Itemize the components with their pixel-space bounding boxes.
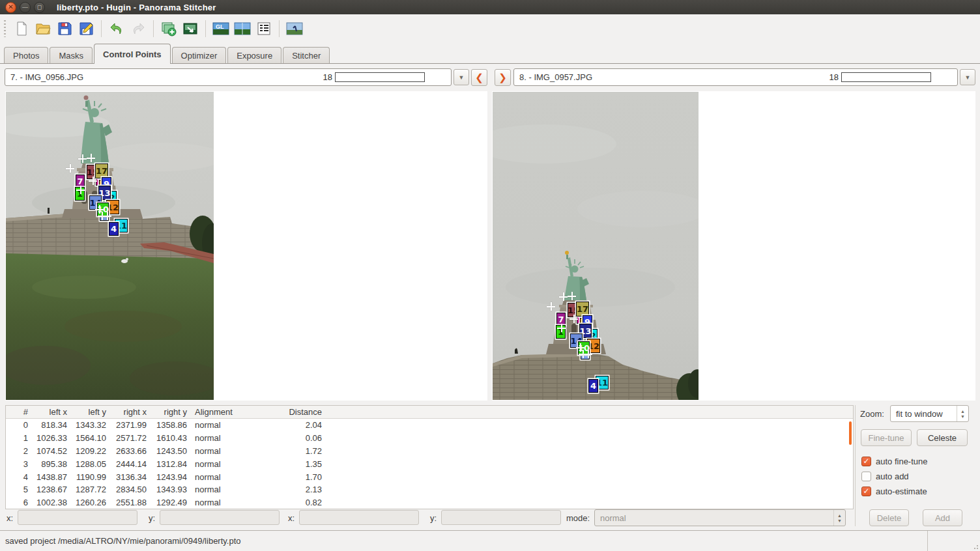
control-point-marker-4[interactable]: 4 [588,379,598,393]
right-image-pane[interactable]: 15178791132141210411 [492,91,975,401]
table-cell: normal [188,472,280,482]
table-cell: 1.70 [280,472,323,482]
auto-fine-tune-label: auto fine-tune [876,457,928,466]
table-row[interactable]: 51238.671287.722834.501343.93normal2.13 [6,483,853,496]
table-row[interactable]: 21074.521209.222633.661243.50normal1.72 [6,445,853,458]
save-project-icon[interactable] [54,18,75,39]
table-cell: 1343.93 [148,485,188,494]
control-point-table[interactable]: # left x left y right x right y Alignmen… [5,405,854,509]
table-cell: 1209.22 [68,446,108,456]
table-cell: normal [188,459,280,469]
tab-label: Stitcher [292,51,321,61]
table-row[interactable]: 11026.331564.102571.721610.43normal0.06 [6,432,853,445]
col-right-y[interactable]: right y [148,407,188,417]
control-point-marker-1[interactable]: 1 [556,325,566,339]
auto-fine-tune-checkbox[interactable]: auto fine-tune [861,456,928,466]
left-x-input[interactable] [18,510,137,525]
resize-grip-icon[interactable] [972,543,979,550]
fast-preview-gl-icon[interactable]: GL [210,18,231,39]
table-row[interactable]: 61002.381260.262551.881292.49normal0.82 [6,496,853,509]
left-image-dropdown-button[interactable]: ▼ [454,69,469,85]
show-control-points-icon[interactable] [253,18,274,39]
col-left-y[interactable]: left y [68,407,108,417]
tab-masks[interactable]: Masks [50,47,93,64]
tab-optimizer[interactable]: Optimizer [172,47,227,64]
toolbar-grip[interactable] [4,20,6,37]
right-y-label: y: [430,513,437,523]
col-distance[interactable]: Distance [280,407,323,417]
table-cell: 1243.50 [148,446,188,456]
preview-window-icon[interactable] [284,18,305,39]
control-point-marker-17[interactable]: 17 [576,302,589,317]
table-row[interactable]: 41438.871190.993136.341243.94normal1.70 [6,470,853,483]
toolbar-separator [205,20,206,37]
auto-add-label: auto add [876,472,909,481]
tab-label: Exposure [237,51,272,61]
tab-bar: Photos Masks Control Points Optimizer Ex… [0,43,980,64]
right-photo[interactable]: 15178791132141210411 [493,92,699,400]
window-close-button[interactable]: ✕ [5,2,16,13]
spinner-arrows-icon[interactable]: ▲▼ [957,406,968,421]
add-time-series-icon[interactable] [180,18,201,39]
control-point-marker-7[interactable]: 7 [76,175,85,188]
add-button[interactable]: Add [923,509,962,526]
undo-icon[interactable] [106,18,127,39]
delete-button[interactable]: Delete [869,509,909,526]
table-row[interactable]: 3895.381288.052444.141312.84normal1.35 [6,457,853,470]
left-cp-progressbar [335,72,425,82]
right-y-input[interactable] [441,510,561,525]
col-right-x[interactable]: right x [108,407,148,417]
control-point-marker-1[interactable]: 1 [75,187,85,201]
control-point-marker-17[interactable]: 17 [95,163,108,178]
right-x-input[interactable] [299,510,419,525]
add-images-icon[interactable] [158,18,179,39]
next-pair-button[interactable]: ❯ [495,69,511,86]
spinner-arrows-icon[interactable]: ▲▼ [833,510,845,526]
left-photo[interactable]: 15178791132141210411 [6,92,214,400]
table-cell: 818.34 [29,420,68,430]
control-point-marker-4[interactable]: 4 [109,222,119,236]
left-cp-count: 18 [323,72,332,82]
col-number[interactable]: # [6,407,29,417]
checkbox-icon[interactable] [861,457,871,466]
open-project-icon[interactable] [33,18,53,39]
zoom-select[interactable]: fit to window ▲▼ [890,405,969,422]
col-alignment[interactable]: Alignment [188,407,280,417]
right-x-label: x: [288,513,295,523]
control-point-marker-10[interactable]: 10 [578,341,590,355]
window-minimize-button[interactable]: — [20,2,31,13]
table-cell: 5 [6,485,29,494]
tab-photos[interactable]: Photos [4,47,48,64]
fine-tune-button[interactable]: Fine-tune [861,429,912,446]
table-header[interactable]: # left x left y right x right y Alignmen… [6,406,853,419]
save-project-as-icon[interactable] [76,18,96,39]
tab-control-points[interactable]: Control Points [94,44,171,64]
auto-estimate-checkbox[interactable]: auto-estimate [861,486,927,496]
previous-pair-button[interactable]: ❮ [471,69,487,86]
tab-exposure[interactable]: Exposure [227,47,281,64]
preview-panorama-icon[interactable] [232,18,253,39]
new-project-icon[interactable] [11,18,32,39]
checkbox-icon[interactable] [861,487,871,496]
left-image-pane[interactable]: 15178791132141210411 [5,91,487,401]
right-image-name: 8. - IMG_0957.JPG [519,72,592,82]
table-scrollbar-thumb[interactable] [849,421,852,445]
window-maximize-button[interactable]: ◻ [34,2,45,13]
mode-select[interactable]: normal ▲▼ [594,509,846,526]
table-row[interactable]: 0818.341343.322371.991358.86normal2.04 [6,419,853,432]
left-y-input[interactable] [160,510,280,525]
auto-add-checkbox[interactable]: auto add [861,471,909,481]
delete-label: Delete [877,513,902,523]
right-image-dropdown-button[interactable]: ▼ [960,69,975,85]
control-points-panel: 7. - IMG_0956.JPG 18 ▼ ❮ ❯ 8. - IMG_0957… [0,63,980,530]
tab-stitcher[interactable]: Stitcher [283,47,330,64]
checkbox-icon[interactable] [861,472,871,481]
control-point-marker-7[interactable]: 7 [556,313,566,326]
col-left-x[interactable]: left x [29,407,68,417]
left-image-selector[interactable]: 7. - IMG_0956.JPG 18 [5,68,452,86]
redo-icon[interactable] [128,18,149,39]
right-image-selector[interactable]: 8. - IMG_0957.JPG 18 [513,68,958,86]
control-point-marker-10[interactable]: 10 [97,203,109,216]
table-cell: 1358.86 [148,420,188,430]
celeste-button[interactable]: Celeste [917,429,968,446]
